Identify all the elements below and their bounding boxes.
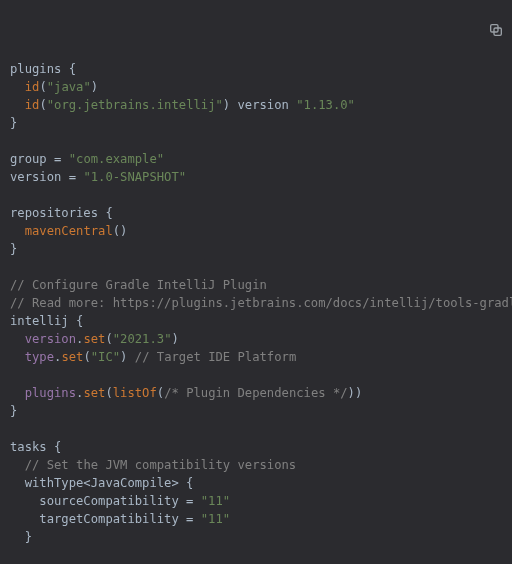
token-str: "11" (201, 512, 230, 526)
token-kw: intellij { (10, 314, 83, 328)
code-line: sourceCompatibility = "11" (10, 492, 512, 510)
token-kw: } (10, 530, 32, 544)
code-line: // Configure Gradle IntelliJ Plugin (10, 276, 512, 294)
code-line: plugins { (10, 60, 512, 78)
token-fn: set (61, 350, 83, 364)
code-line: } (10, 240, 512, 258)
token-punc: () (113, 224, 128, 238)
token-kw (10, 350, 25, 364)
token-prop: type (25, 350, 54, 364)
token-comm: // Read more: https://plugins.jetbrains.… (10, 296, 512, 310)
token-kw: version = (10, 170, 83, 184)
token-str: "org.jetbrains.intellij" (47, 98, 223, 112)
code-line: // Read more: https://plugins.jetbrains.… (10, 294, 512, 312)
token-str: "11" (201, 494, 230, 508)
token-kw: group = (10, 152, 69, 166)
token-kw: } (10, 116, 17, 130)
code-content: plugins { id("java") id("org.jetbrains.i… (10, 60, 512, 564)
code-line (10, 186, 512, 204)
token-kw: sourceCompatibility = (10, 494, 201, 508)
token-punc: ( (39, 98, 46, 112)
token-kw: targetCompatibility = (10, 512, 201, 526)
token-str: "1.13.0" (296, 98, 355, 112)
code-line (10, 258, 512, 276)
code-line: mavenCentral() (10, 222, 512, 240)
code-line: } (10, 528, 512, 546)
token-kw (10, 134, 17, 148)
code-line: id("java") (10, 78, 512, 96)
token-punc: ( (105, 386, 112, 400)
code-line (10, 420, 512, 438)
token-comm: // Set the JVM compatibility versions (25, 458, 297, 472)
code-line (10, 132, 512, 150)
token-fn: set (83, 332, 105, 346)
token-kw (10, 80, 25, 94)
token-fn: id (25, 80, 40, 94)
token-kw: } (10, 242, 17, 256)
token-kw (10, 188, 17, 202)
code-line: type.set("IC") // Target IDE Platform (10, 348, 512, 366)
token-str: "1.0-SNAPSHOT" (83, 170, 186, 184)
token-comm: /* Plugin Dependencies */ (164, 386, 347, 400)
token-punc: ( (83, 350, 90, 364)
token-punc: )) (348, 386, 363, 400)
code-line: targetCompatibility = "11" (10, 510, 512, 528)
token-kw (10, 260, 17, 274)
token-kw: tasks { (10, 440, 61, 454)
copy-icon[interactable] (459, 4, 504, 61)
code-block: plugins { id("java") id("org.jetbrains.i… (0, 0, 512, 564)
token-kw (10, 422, 17, 436)
code-line: plugins.set(listOf(/* Plugin Dependencie… (10, 384, 512, 402)
code-line: intellij { (10, 312, 512, 330)
token-punc: ) (91, 80, 98, 94)
code-line: id("org.jetbrains.intellij") version "1.… (10, 96, 512, 114)
token-str: "2021.3" (113, 332, 172, 346)
token-str: "com.example" (69, 152, 164, 166)
token-fn: id (25, 98, 40, 112)
token-prop: plugins (25, 386, 76, 400)
token-kw (10, 386, 25, 400)
token-str: "java" (47, 80, 91, 94)
token-comm: // Configure Gradle IntelliJ Plugin (10, 278, 267, 292)
token-punc: ( (39, 80, 46, 94)
code-line: version = "1.0-SNAPSHOT" (10, 168, 512, 186)
token-kw (10, 224, 25, 238)
code-line: withType<JavaCompile> { (10, 474, 512, 492)
token-punc: ) (223, 98, 238, 112)
code-line (10, 546, 512, 564)
token-fn: mavenCentral (25, 224, 113, 238)
token-kw (10, 332, 25, 346)
token-kw (10, 458, 25, 472)
code-line: tasks { (10, 438, 512, 456)
token-fn: listOf (113, 386, 157, 400)
token-kw: } (10, 404, 17, 418)
code-line: group = "com.example" (10, 150, 512, 168)
token-kw (10, 548, 17, 562)
code-line: } (10, 402, 512, 420)
token-str: "IC" (91, 350, 120, 364)
code-line: repositories { (10, 204, 512, 222)
token-kw: plugins { (10, 62, 76, 76)
code-line (10, 366, 512, 384)
token-fn: set (83, 386, 105, 400)
code-line: // Set the JVM compatibility versions (10, 456, 512, 474)
token-kw (10, 368, 17, 382)
token-punc: ) (171, 332, 178, 346)
token-punc: ) (120, 350, 135, 364)
token-comm: // Target IDE Platform (135, 350, 296, 364)
token-punc: ( (105, 332, 112, 346)
token-kw (10, 98, 25, 112)
token-kw: version (238, 98, 297, 112)
token-prop: version (25, 332, 76, 346)
token-kw: withType<JavaCompile> { (10, 476, 193, 490)
code-line: version.set("2021.3") (10, 330, 512, 348)
token-kw: repositories { (10, 206, 113, 220)
code-line: } (10, 114, 512, 132)
